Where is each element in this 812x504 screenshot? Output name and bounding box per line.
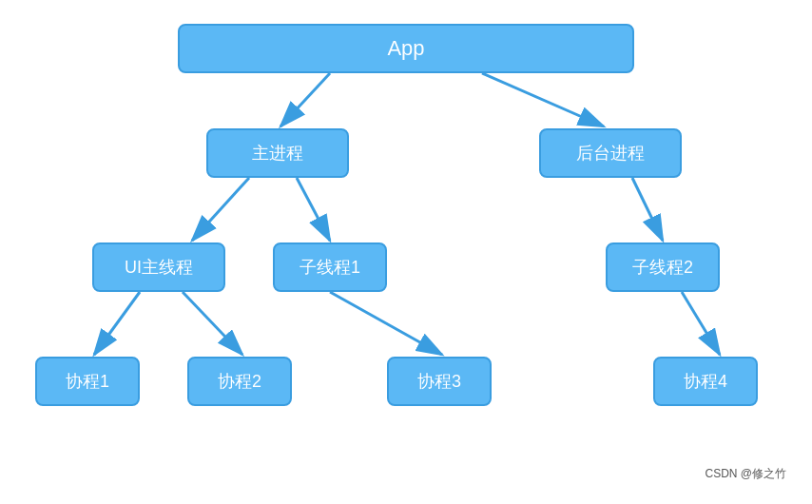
coroutine3-node: 协程3 bbox=[387, 357, 492, 406]
coroutine4-node: 协程4 bbox=[653, 357, 758, 406]
svg-line-1 bbox=[280, 73, 330, 126]
sub-thread2-node: 子线程2 bbox=[606, 242, 720, 292]
coroutine1-node: 协程1 bbox=[35, 357, 140, 406]
svg-line-9 bbox=[682, 292, 720, 355]
main-process-node: 主进程 bbox=[206, 128, 349, 178]
svg-line-6 bbox=[94, 292, 140, 355]
ui-thread-node: UI主线程 bbox=[92, 242, 225, 292]
svg-line-7 bbox=[183, 292, 242, 355]
svg-line-2 bbox=[482, 73, 604, 126]
sub-thread1-node: 子线程1 bbox=[273, 242, 387, 292]
coroutine2-node: 协程2 bbox=[187, 357, 292, 406]
svg-line-4 bbox=[297, 178, 330, 241]
svg-line-5 bbox=[632, 178, 663, 241]
architecture-diagram: App 主进程 后台进程 UI主线程 子线程1 子线程2 协程1 协程2 协程3… bbox=[16, 14, 796, 490]
svg-line-8 bbox=[330, 292, 442, 355]
app-node: App bbox=[178, 24, 634, 73]
watermark: CSDN @修之竹 bbox=[705, 466, 786, 482]
bg-process-node: 后台进程 bbox=[539, 128, 682, 178]
svg-line-3 bbox=[192, 178, 249, 241]
